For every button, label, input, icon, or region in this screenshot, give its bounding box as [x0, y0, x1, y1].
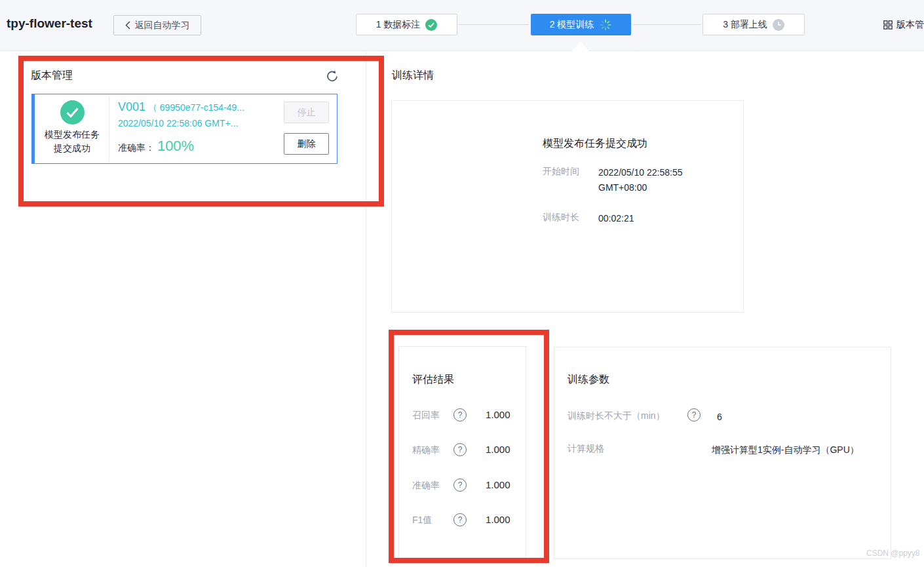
active-step-pointer	[572, 41, 589, 51]
step-connector	[633, 24, 701, 25]
step-connector	[459, 24, 529, 25]
start-time-value: 2022/05/10 22:58:55 GMT+08:00	[598, 165, 682, 195]
duration-label: 训练时长	[543, 212, 579, 224]
page-title: tpy-flower-test	[7, 16, 92, 31]
grid-icon	[883, 20, 893, 29]
step-label: 3 部署上线	[723, 19, 767, 31]
training-status-heading: 模型发布任务提交成功	[543, 137, 647, 151]
start-time-line1: 2022/05/10 22:58:55	[598, 165, 682, 180]
training-detail-title: 训练详情	[392, 69, 434, 83]
training-params-title: 训练参数	[568, 373, 609, 387]
compute-spec-value: 增强计算型1实例-自动学习（GPU）	[712, 442, 859, 458]
annotation-rect-evaluation	[389, 330, 549, 563]
duration-limit-value: 6	[717, 410, 722, 425]
compute-spec-label: 计算规格	[568, 443, 604, 455]
training-detail-box: 模型发布任务提交成功 开始时间 2022/05/10 22:58:55 GMT+…	[391, 100, 744, 313]
step-label: 1 数据标注	[376, 19, 421, 31]
app-header: tpy-flower-test 返回自动学习 1 数据标注 2 模型训练	[0, 0, 924, 51]
version-manage-link[interactable]: 版本管理	[883, 19, 924, 31]
loading-spinner-icon	[599, 18, 612, 31]
step-model-training[interactable]: 2 模型训练	[531, 14, 631, 35]
back-button[interactable]: 返回自动学习	[113, 15, 201, 35]
check-circle-icon	[425, 19, 437, 31]
version-manage-label: 版本管理	[896, 19, 924, 31]
step-data-annotation[interactable]: 1 数据标注	[356, 14, 457, 35]
start-time-label: 开始时间	[543, 166, 579, 178]
clock-icon	[773, 19, 784, 31]
duration-limit-label: 训练时长不大于（min）	[568, 410, 665, 422]
start-time-line2: GMT+08:00	[598, 180, 682, 195]
step-label: 2 模型训练	[550, 19, 594, 31]
back-chevron-icon	[125, 21, 130, 29]
back-button-label: 返回自动学习	[135, 20, 190, 31]
watermark: CSDN @ppyy8	[866, 549, 920, 558]
help-icon[interactable]: ?	[687, 408, 701, 421]
training-params-box: 训练参数 训练时长不大于（min） ? 6 计算规格 增强计算型1实例-自动学习…	[554, 347, 891, 559]
duration-value: 00:02:21	[598, 211, 634, 226]
annotation-rect-version-panel	[18, 56, 384, 206]
step-deploy[interactable]: 3 部署上线	[703, 14, 805, 35]
